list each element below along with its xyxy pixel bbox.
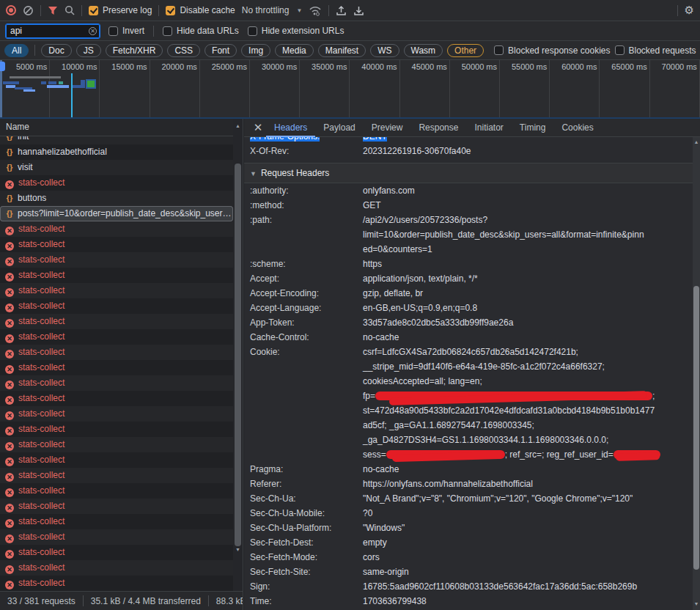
tab-response[interactable]: Response	[410, 119, 466, 137]
request-row[interactable]: {}posts?limit=10&order=publish_date_desc…	[0, 206, 233, 221]
request-row[interactable]: ✕stats-collect	[0, 422, 233, 437]
filter-chip-fetch-xhr[interactable]: Fetch/XHR	[106, 44, 163, 57]
record-button[interactable]	[6, 5, 16, 15]
redaction-scribble	[386, 450, 505, 459]
request-row[interactable]: ✕stats-collect	[0, 437, 233, 452]
blocked-requests-checkbox[interactable]: Blocked requests	[615, 45, 696, 56]
filter-chip-doc[interactable]: Doc	[41, 44, 71, 57]
header-row: :path:/api2/v2/users/20572336/posts?limi…	[244, 213, 693, 257]
filter-chip-js[interactable]: JS	[76, 44, 101, 57]
request-row[interactable]: ✕stats-collect	[0, 545, 233, 560]
error-icon: ✕	[5, 534, 14, 543]
tab-timing[interactable]: Timing	[512, 119, 554, 137]
request-row[interactable]: ✕stats-collect	[0, 483, 233, 499]
request-row[interactable]: ✕stats-collect	[0, 345, 233, 360]
request-row[interactable]: ✕stats-collect	[0, 360, 233, 375]
scroll-up-icon[interactable]: ▲	[233, 123, 243, 128]
header-row: :authority:onlyfans.com	[244, 183, 693, 198]
disable-cache-checkbox[interactable]: Disable cache	[166, 5, 235, 15]
header-name: Cache-Control:	[244, 330, 363, 345]
request-row[interactable]: ✕stats-collect	[0, 283, 233, 298]
close-icon[interactable]: ✕	[250, 121, 266, 134]
tab-payload[interactable]: Payload	[315, 119, 363, 137]
request-row[interactable]: ✕stats-collect	[0, 237, 233, 252]
request-row[interactable]: ✕stats-collect	[0, 452, 233, 468]
request-name: stats-collect	[18, 485, 65, 496]
request-row[interactable]: ✕stats-collect	[0, 329, 233, 345]
search-icon[interactable]	[65, 5, 75, 15]
request-row[interactable]: ✕stats-collect	[0, 175, 233, 191]
json-icon: {}	[4, 191, 15, 206]
clear-filter-icon[interactable]: ✕	[89, 27, 97, 35]
network-conditions-icon[interactable]	[309, 5, 322, 16]
filter-chip-img[interactable]: Img	[241, 44, 270, 57]
filter-chip-all[interactable]: All	[4, 44, 29, 57]
request-row[interactable]: ✕stats-collect	[0, 560, 233, 576]
checkbox-unchecked-icon	[163, 26, 172, 36]
overview-selection-handle[interactable]	[0, 62, 5, 71]
request-row[interactable]: ✕stats-collect	[0, 499, 233, 514]
details-scrollbar[interactable]: ▲ ▼	[693, 137, 700, 610]
settings-gear-icon[interactable]: ⚙	[685, 4, 694, 17]
request-name: stats-collect	[18, 532, 65, 542]
overview-ruler[interactable]: 5000 ms10000 ms15000 ms20000 ms25000 ms3…	[0, 60, 700, 119]
header-name: Accept-Language:	[244, 301, 363, 315]
request-headers-section[interactable]: ▼Request Headers	[244, 163, 693, 183]
overview-tick: 20000 ms	[150, 60, 200, 117]
request-name: buttons	[18, 193, 46, 203]
filter-chip-manifest[interactable]: Manifest	[318, 44, 366, 57]
clear-log-button[interactable]	[23, 5, 34, 16]
name-column-header[interactable]: Name	[0, 119, 243, 136]
request-row[interactable]: ✕stats-collect	[0, 268, 233, 283]
hide-extension-urls-checkbox[interactable]: Hide extension URLs	[248, 26, 345, 36]
request-row[interactable]: ✕stats-collect	[0, 406, 233, 422]
request-row[interactable]: ✕stats-collect	[0, 221, 233, 237]
filter-chip-other[interactable]: Other	[447, 44, 484, 57]
filter-chip-css[interactable]: CSS	[167, 44, 200, 57]
tab-cookies[interactable]: Cookies	[553, 119, 601, 137]
tab-preview[interactable]: Preview	[364, 119, 411, 137]
request-row[interactable]: ✕stats-collect	[0, 468, 233, 483]
request-row[interactable]: ✕stats-collect	[0, 252, 233, 268]
blocked-response-cookies-checkbox[interactable]: Blocked response cookies	[494, 45, 610, 56]
tab-initiator[interactable]: Initiator	[466, 119, 511, 137]
filter-chip-media[interactable]: Media	[275, 44, 314, 57]
json-icon: {}	[4, 144, 15, 160]
request-row[interactable]: ✕stats-collect	[0, 375, 233, 391]
request-list-scrollbar[interactable]: ▲ ▼	[233, 119, 243, 591]
scroll-down-icon[interactable]: ▼	[693, 601, 700, 606]
request-row[interactable]: ✕stats-collect	[0, 576, 233, 591]
request-name: stats-collect	[18, 347, 65, 357]
filter-chip-font[interactable]: Font	[205, 44, 237, 57]
header-value: GET	[363, 198, 693, 213]
throttling-value: No throttling	[242, 5, 290, 15]
scroll-up-icon[interactable]: ▲	[693, 139, 700, 144]
header-row: App-Token:33d57ade8c02dbc5a333db99ff9ae2…	[244, 315, 693, 330]
scrollbar-thumb[interactable]	[693, 286, 699, 570]
request-row[interactable]: ✕stats-collect	[0, 529, 233, 545]
request-row[interactable]: ✕stats-collect	[0, 298, 233, 314]
throttling-select[interactable]: No throttling ▼	[242, 5, 303, 15]
request-row[interactable]: ✕stats-collect	[0, 514, 233, 529]
overview-tick: 50000 ms	[450, 60, 500, 117]
request-row[interactable]: ✕stats-collect	[0, 391, 233, 406]
filter-icon[interactable]	[48, 6, 58, 15]
import-har-icon[interactable]	[336, 5, 347, 16]
request-row[interactable]: {}hannahelizabethofficial	[0, 144, 233, 160]
request-row[interactable]: {}visit	[0, 160, 233, 175]
export-har-icon[interactable]	[353, 5, 364, 16]
scroll-down-icon[interactable]: ▼	[233, 547, 243, 552]
request-row[interactable]: ✕stats-collect	[0, 314, 233, 329]
scrollbar-thumb[interactable]	[235, 163, 241, 546]
header-value: cors	[363, 550, 693, 565]
hide-data-urls-checkbox[interactable]: Hide data URLs	[163, 26, 239, 36]
invert-checkbox[interactable]: Invert	[108, 26, 144, 36]
header-row: Referer:https://onlyfans.com/hannaheliza…	[244, 477, 693, 491]
request-row[interactable]: {}init	[0, 136, 233, 144]
tab-headers[interactable]: Headers	[266, 119, 315, 137]
preserve-log-checkbox[interactable]: Preserve log	[89, 5, 152, 15]
filter-chip-wasm[interactable]: Wasm	[404, 44, 443, 57]
filter-input[interactable]	[6, 24, 100, 38]
filter-chip-ws[interactable]: WS	[370, 44, 399, 57]
request-row[interactable]: {}buttons	[0, 191, 233, 206]
